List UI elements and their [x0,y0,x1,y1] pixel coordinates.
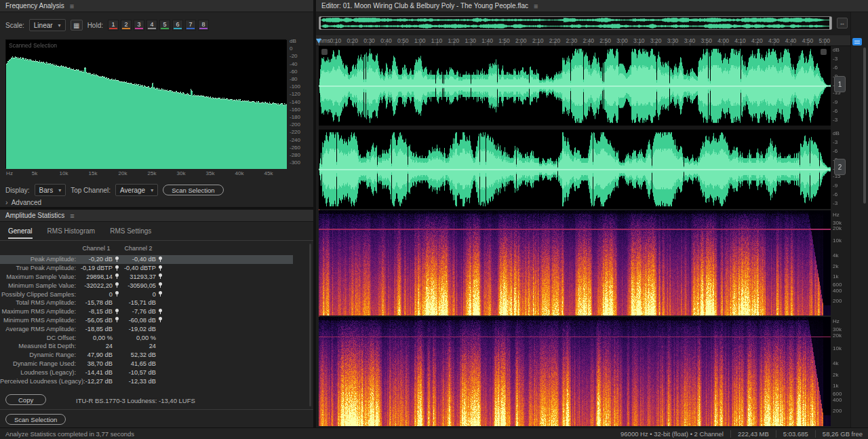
locate-icon[interactable] [115,291,119,297]
stat-row[interactable]: Perceived Loudness (Legacy):-12,27 dB-12… [0,377,293,385]
stat-label: Dynamic Range Used: [0,360,80,367]
freq-tick: 200 [833,408,842,414]
tab-divider [0,240,313,241]
spectrogram-ch2[interactable] [319,317,831,426]
vertical-zoom-icon[interactable] [852,38,862,45]
panel-menu-icon[interactable]: ≡ [534,2,538,10]
stat-row[interactable]: Peak Amplitude:-0,20 dB-0,40 dB [0,255,293,264]
stat-row[interactable]: Loudness (Legacy):-14,41 dB-10,57 dB [0,368,293,377]
top-channel-value: Average [120,187,145,194]
hold-color-bar [109,28,117,29]
clip-badge-icon[interactable] [821,49,827,55]
hold-button-3[interactable]: 3 [134,20,144,31]
stat-value-ch1: -15,78 dB [80,299,113,306]
stat-row[interactable]: Dynamic Range Used:38,70 dB41,65 dB [0,360,293,368]
locate-icon[interactable] [158,282,163,288]
stat-label: Peak Amplitude: [0,256,80,263]
stat-value-ch2: -0,40 dBTP [121,265,156,271]
freq-tick: Hz [3,170,16,176]
stat-row[interactable]: Maximum RMS Amplitude:-8,15 dB-7,76 dB [0,307,293,316]
freq-tick: 600 [833,391,842,397]
stat-row[interactable]: Average RMS Amplitude:-18,85 dB-19,02 dB [0,324,293,333]
hold-buttons: 12345678 [108,20,209,31]
tab-rms-settings[interactable]: RMS Settings [110,227,151,239]
stat-row[interactable]: Dynamic Range:47,90 dB52,32 dB [0,351,293,360]
frequency-graph-canvas [6,40,287,169]
channel-button-1[interactable]: 1 [834,76,846,92]
locate-icon[interactable] [115,265,119,271]
hold-button-2[interactable]: 2 [121,20,132,31]
overview-navigator[interactable] [319,16,832,30]
freq-tick: 200 [833,298,842,304]
graph-style-icon[interactable]: ▦ [71,20,83,31]
stat-value-ch2: -19,02 dB [121,326,156,332]
tab-general[interactable]: General [8,227,33,239]
hold-button-7[interactable]: 7 [185,20,196,31]
locate-icon[interactable] [115,256,119,263]
display-select[interactable]: Bars ▾ [35,184,66,196]
hold-button-5[interactable]: 5 [159,20,170,31]
stat-value-ch2: -15,71 dB [121,299,156,306]
locate-icon[interactable] [115,282,119,288]
channel-button-2[interactable]: 2 [834,159,846,175]
zoom-icon[interactable]: ↔ [837,18,848,28]
top-channel-select[interactable]: Average ▾ [115,184,158,196]
hold-button-1[interactable]: 1 [108,20,119,31]
locate-icon[interactable] [158,317,163,323]
db-tick: -200 [290,121,300,128]
stat-row[interactable]: Measured Bit Depth:2424 [0,342,293,351]
locate-icon[interactable] [158,265,163,271]
frequency-graph[interactable]: Scanned Selection [5,39,286,168]
db-tick: -240 [290,137,300,143]
db-tick: -3 [833,200,837,206]
stat-row[interactable]: DC Offset:0,00 %0,00 % [0,333,293,342]
stat-row[interactable]: Total RMS Amplitude:-15,78 dB-15,71 dB [0,299,293,307]
locate-icon[interactable] [115,273,119,280]
freq-tick: 4k [833,252,838,259]
locate-icon[interactable] [158,273,163,280]
editor-header[interactable]: Editor: 01. Moon Wiring Club & Belbury P… [316,0,868,12]
hold-button-4[interactable]: 4 [146,20,157,31]
panel-menu-icon[interactable]: ≡ [70,2,74,10]
freq-tick: 10k [57,170,71,176]
frequency-analysis-header[interactable]: Frequency Analysis ≡ [0,0,313,12]
db-tick: -3 [833,139,837,145]
freq-tick: 45k [262,170,275,176]
waveform-display[interactable] [319,46,831,209]
spectrogram-ch1[interactable] [319,210,831,316]
tab-rms-histogram[interactable]: RMS Histogram [47,227,96,239]
icon-slot [113,282,121,288]
amplitude-statistics-header[interactable]: Amplitude Statistics ≡ [0,210,313,222]
locate-icon[interactable] [115,309,119,315]
stat-label: Dynamic Range: [0,351,80,358]
advanced-toggle[interactable]: › Advanced [5,198,41,206]
scale-select[interactable]: Linear ▾ [29,19,66,31]
stat-value-ch1: -18,85 dB [80,326,113,332]
hold-button-6[interactable]: 6 [172,20,183,31]
icon-slot [156,273,164,280]
copy-button[interactable]: Copy [5,394,46,405]
stat-row[interactable]: Minimum RMS Amplitude:-56,05 dB-60,08 dB [0,316,293,325]
db-tick: -180 [290,114,300,120]
stat-row[interactable]: Possibly Clipped Samples:00 [0,290,293,299]
stat-row[interactable]: True Peak Amplitude:-0,19 dBTP-0,40 dBTP [0,264,293,273]
scan-selection-button[interactable]: Scan Selection [5,414,66,425]
stat-row[interactable]: Maximum Sample Value:29898,1431293,37 [0,273,293,282]
locate-icon[interactable] [158,291,163,297]
time-ticks [319,43,832,45]
clip-badge-icon[interactable] [321,49,328,55]
panel-menu-icon[interactable]: ≡ [70,212,74,220]
freq-tick: 25k [145,170,159,176]
hold-button-8[interactable]: 8 [198,20,209,31]
scan-selection-button[interactable]: Scan Selection [163,185,223,195]
stat-value-ch2: -7,76 dB [121,308,156,315]
locate-icon[interactable] [115,317,119,323]
locate-icon[interactable] [158,256,163,263]
locate-icon[interactable] [158,309,163,315]
scrollbar-thumb[interactable] [863,47,866,204]
db-tick: -260 [290,145,300,151]
playhead-marker[interactable] [316,39,321,43]
stat-row[interactable]: Minimum Sample Value:-32022,20-30590,05 [0,281,293,290]
timeline-ruler[interactable]: hms 0:100:200:300:400:501:001:101:201:30… [316,35,868,46]
scrollbar[interactable] [309,244,311,406]
